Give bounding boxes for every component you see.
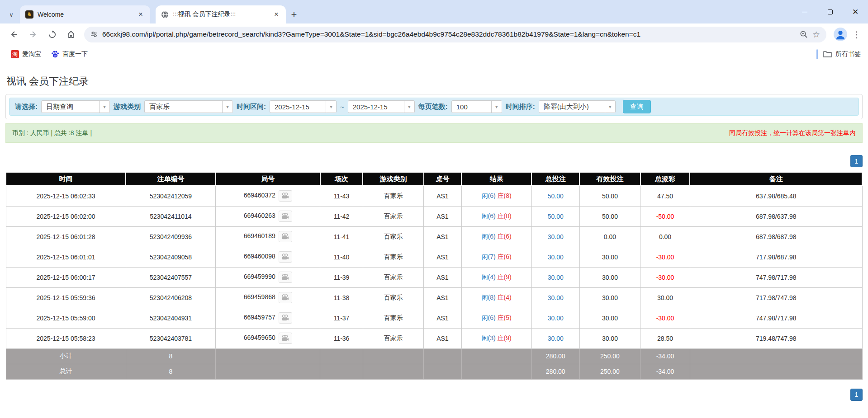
total-bet-link[interactable]: 30.00 (548, 335, 564, 342)
col-payout: 总派彩 (640, 172, 690, 186)
cell-time: 2025-12-15 05:59:00 (6, 308, 126, 328)
tab-welcome[interactable]: ♞ Welcome × (20, 5, 150, 23)
cell-round-id: 669459990 (216, 267, 320, 287)
all-bookmarks-button[interactable]: 所有书签 (823, 50, 861, 58)
cell-table: AS1 (424, 247, 461, 267)
close-icon: ✕ (852, 7, 859, 17)
back-button[interactable] (5, 25, 24, 44)
cell-bet-id: 523042406208 (126, 287, 216, 308)
col-game: 游戏类别 (363, 172, 423, 186)
filter-bar: 请选择: 日期查询 ▾ 游戏类别 百家乐 ▾ 时间区间: 2025-12-15 … (9, 98, 859, 116)
total-label: 总计 (6, 364, 126, 379)
sort-select[interactable]: 降幂(由大到小) ▾ (539, 100, 616, 113)
bookmark-baidu[interactable]: du 百度一下 (47, 48, 91, 60)
cell-table: AS1 (424, 267, 461, 287)
site-settings-icon[interactable] (90, 31, 98, 38)
forward-button[interactable] (24, 25, 43, 44)
pagination-bottom: 1 (5, 389, 863, 401)
cell-table: AS1 (424, 226, 461, 247)
svg-text:du: du (54, 54, 57, 56)
date-to-value: 2025-12-15 (348, 101, 404, 113)
video-camera-icon[interactable] (279, 211, 292, 222)
cell-valid-bet: 0.00 (579, 226, 640, 247)
cell-result: 闲(7) 庄(6) (461, 247, 531, 267)
col-valid-bet: 有效投注 (579, 172, 640, 186)
game-type-label: 游戏类别 (114, 103, 141, 111)
cell-payout: 47.50 (640, 186, 690, 206)
video-camera-icon[interactable] (279, 251, 292, 263)
screen: { "browser": { "tabs": [ { "title": "Wel… (0, 0, 868, 418)
video-camera-icon[interactable] (279, 312, 292, 324)
page-1-button[interactable]: 1 (850, 155, 863, 167)
date-from-value: 2025-12-15 (270, 101, 326, 113)
page-1-button[interactable]: 1 (850, 389, 863, 401)
chevron-down-icon[interactable]: ▾ (404, 101, 414, 113)
chevron-down-icon[interactable]: ▾ (326, 101, 336, 113)
total-bet-link[interactable]: 30.00 (548, 274, 564, 281)
close-icon[interactable]: × (272, 10, 280, 19)
cell-remark: 687.98/687.98 (690, 226, 862, 247)
reload-button[interactable] (43, 25, 62, 44)
home-button[interactable] (62, 25, 81, 44)
cell-payout: -30.00 (640, 267, 690, 287)
search-button[interactable]: 查询 (623, 100, 651, 113)
date-range-tilde: ~ (340, 103, 344, 111)
minimize-button[interactable] (792, 0, 817, 23)
cell-round-id: 669460189 (216, 226, 320, 247)
close-icon[interactable]: × (137, 10, 145, 19)
chevron-down-icon[interactable]: ▾ (605, 101, 615, 113)
chevron-down-icon[interactable]: ▾ (99, 101, 109, 113)
date-from-select[interactable]: 2025-12-15 ▾ (270, 100, 337, 113)
close-window-button[interactable]: ✕ (843, 0, 868, 23)
cell-payout: -50.00 (640, 206, 690, 226)
cell-time: 2025-12-15 06:00:17 (6, 267, 126, 287)
cell-total-bet: 30.00 (531, 308, 579, 328)
cell-valid-bet: 30.00 (579, 247, 640, 267)
new-tab-button[interactable]: + (286, 6, 302, 23)
pagination-top: 1 (5, 155, 863, 167)
menu-kebab-icon[interactable]: ⋮ (850, 29, 863, 40)
cell-session: 11-36 (320, 328, 363, 348)
video-camera-icon[interactable] (279, 333, 292, 344)
date-to-select[interactable]: 2025-12-15 ▾ (348, 100, 415, 113)
table-row: 2025-12-15 06:02:00 523042411014 6694602… (6, 206, 862, 226)
video-camera-icon[interactable] (279, 272, 292, 283)
window-controls: ✕ (792, 0, 868, 23)
total-bet-link[interactable]: 30.00 (548, 315, 564, 322)
zoom-icon[interactable] (800, 30, 808, 38)
total-bet-link[interactable]: 30.00 (548, 294, 564, 301)
chevron-down-icon[interactable]: ▾ (491, 101, 502, 113)
cell-time: 2025-12-15 05:59:36 (6, 287, 126, 308)
bookmark-star-icon[interactable]: ☆ (812, 29, 820, 40)
cell-result: 闲(6) 庄(8) (461, 186, 531, 206)
browser-toolbar: 66cxkj98.com/ipl/portal.php/game/betreco… (0, 23, 868, 45)
bookmark-aitaobao[interactable]: 淘 爱淘宝 (7, 48, 45, 60)
cell-valid-bet: 50.00 (579, 206, 640, 226)
url-text[interactable]: 66cxkj98.com/ipl/portal.php/game/betreco… (102, 30, 795, 38)
video-camera-icon[interactable] (279, 292, 292, 303)
total-row: 总计 8 280.00 250.00 -34.00 (6, 364, 862, 379)
url-bar[interactable]: 66cxkj98.com/ipl/portal.php/game/betreco… (84, 27, 826, 42)
profile-avatar[interactable] (834, 28, 847, 41)
cell-bet-id: 523042404931 (126, 308, 216, 328)
page-size-select[interactable]: 100 ▾ (451, 100, 502, 113)
cell-payout: 30.00 (640, 287, 690, 308)
total-bet-link[interactable]: 30.00 (548, 254, 564, 261)
video-camera-icon[interactable] (279, 231, 292, 242)
folder-icon (823, 51, 832, 57)
maximize-button[interactable] (817, 0, 843, 23)
tab-search-chevron-icon[interactable]: ∨ (3, 5, 20, 23)
total-bet-link[interactable]: 50.00 (548, 193, 564, 200)
total-bet-link[interactable]: 50.00 (548, 213, 564, 220)
time-range-label: 时间区间: (237, 103, 266, 111)
query-type-select[interactable]: 日期查询 ▾ (41, 100, 110, 113)
cell-total-bet: 30.00 (531, 226, 579, 247)
game-type-select[interactable]: 百家乐 ▾ (144, 100, 233, 113)
video-camera-icon[interactable] (279, 190, 292, 202)
total-bet-link[interactable]: 30.00 (548, 233, 564, 240)
total-payout: -34.00 (640, 364, 690, 379)
tab-betrecord[interactable]: :::视讯 会员下注纪录::: × (156, 5, 286, 23)
cell-total-bet: 30.00 (531, 247, 579, 267)
chevron-down-icon[interactable]: ▾ (222, 101, 232, 113)
cell-total-bet: 50.00 (531, 206, 579, 226)
